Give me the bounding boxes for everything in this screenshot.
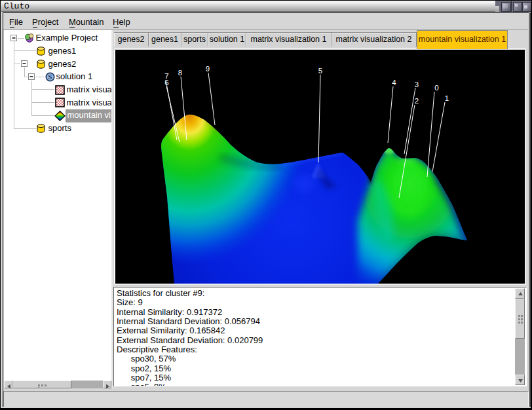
svg-text:5: 5 [318,67,322,75]
svg-text:2: 2 [415,97,419,105]
svg-text:9: 9 [206,65,210,73]
svg-text:S: S [48,73,52,81]
svg-text:6: 6 [164,79,168,86]
svg-text:0: 0 [434,84,438,92]
svg-text:3: 3 [415,81,419,88]
svg-text:8: 8 [178,69,182,77]
svg-text:1: 1 [445,94,449,102]
svg-text:4: 4 [392,79,396,86]
